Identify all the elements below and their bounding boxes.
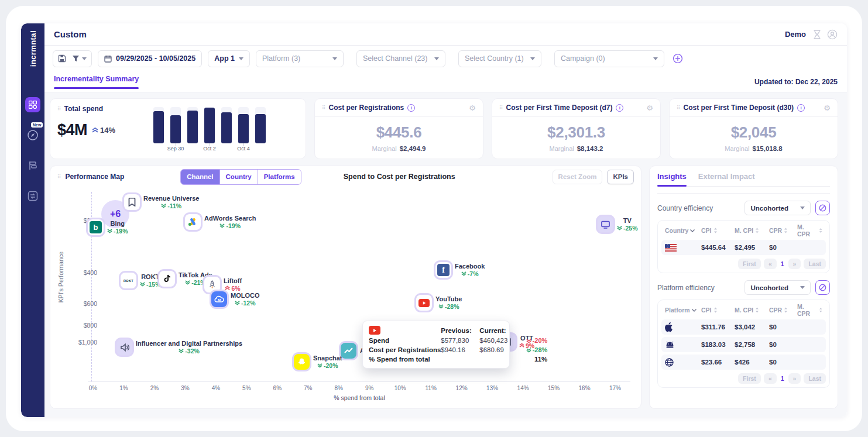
account-icon[interactable] xyxy=(827,29,838,40)
gear-icon[interactable]: ⚙ xyxy=(824,104,831,112)
scatter-chart[interactable]: KPI's Performance % spend from total $20… xyxy=(50,187,641,408)
sidebar-item-integrations[interactable] xyxy=(25,188,40,204)
map-point-rokt[interactable]: ROKTROKT-15% xyxy=(121,273,161,288)
toggle-country[interactable]: Country xyxy=(220,170,258,184)
toggle-platforms[interactable]: Platforms xyxy=(258,170,301,184)
table-row[interactable]: $183.03$2,758$0 xyxy=(661,337,826,352)
pagination: First « 1 » Last xyxy=(661,373,826,384)
table-row[interactable]: $445.64$2,495$0 xyxy=(661,240,826,255)
col-header[interactable]: Platform xyxy=(665,307,701,314)
country-select-value: Select Country (1) xyxy=(465,54,524,63)
page-current[interactable]: 1 xyxy=(780,259,785,269)
map-point-adwords[interactable]: AdWords Search-19% xyxy=(185,214,256,230)
col-header[interactable]: M. CPR xyxy=(797,223,822,238)
campaign-select[interactable]: Campaign (0) xyxy=(554,50,664,67)
cohort-select[interactable]: Uncohorted xyxy=(745,280,811,295)
kpi-card-title: Cost per First Time Deposit (d7) xyxy=(506,104,613,112)
info-icon[interactable]: i xyxy=(797,104,805,112)
col-header[interactable]: M. CPR xyxy=(797,303,822,317)
efficiency-icon-button[interactable] xyxy=(815,201,830,215)
calendar-icon xyxy=(104,55,112,63)
kpi-value: $2,301.3 xyxy=(547,123,605,142)
drag-handle-icon[interactable]: ⠿ xyxy=(677,105,680,111)
page-last[interactable]: Last xyxy=(804,373,826,384)
gear-icon[interactable]: ⚙ xyxy=(646,104,653,112)
sidebar-item-explore[interactable]: New xyxy=(25,128,40,143)
info-icon[interactable]: i xyxy=(616,104,623,112)
page-first[interactable]: First xyxy=(738,259,761,269)
tab-insights[interactable]: Insights xyxy=(657,172,687,186)
filter-bar: 09/29/2025 - 10/05/2025 App 1 Platform (… xyxy=(44,46,847,71)
add-filter-icon[interactable] xyxy=(673,53,683,64)
tab-incrementality-summary[interactable]: Incrementality Summary xyxy=(54,75,139,89)
section-country-efficiency: Country efficiency Uncohorted Country CP… xyxy=(657,201,830,273)
y-tick: $1,000 xyxy=(62,339,97,346)
efficiency-table: Platform CPI M. CPI CPR M. CPR $311.76$3… xyxy=(657,300,830,388)
x-tick: 12% xyxy=(456,385,468,391)
map-point-youtube[interactable]: YouTube-28% xyxy=(416,295,462,311)
x-tick: 13% xyxy=(486,385,498,391)
point-label: MOLOCO xyxy=(231,292,260,300)
drag-handle-icon[interactable]: ⠿ xyxy=(57,106,61,112)
drag-handle-icon[interactable]: ⠿ xyxy=(57,174,61,180)
x-tick: 14% xyxy=(517,385,529,391)
col-header[interactable]: CPR xyxy=(769,307,797,314)
date-range-picker[interactable]: 09/29/2025 - 10/05/2025 xyxy=(98,50,202,67)
country-select[interactable]: Select Country (1) xyxy=(458,50,541,67)
col-header[interactable]: Country xyxy=(665,227,701,234)
map-point-snapchat[interactable]: Snapchat-20% xyxy=(294,354,342,370)
drag-handle-icon[interactable]: ⠿ xyxy=(499,105,503,111)
toggle-channel[interactable]: Channel xyxy=(181,170,219,184)
apple-icon xyxy=(665,322,674,332)
app-select[interactable]: App 1 xyxy=(208,50,250,67)
efficiency-icon-button[interactable] xyxy=(815,280,830,295)
point-label: YouTube xyxy=(435,295,462,303)
map-point-influencer[interactable]: Influencer and Digital Partnerships-32% xyxy=(116,339,242,355)
kpis-button[interactable]: KPIs xyxy=(607,170,634,184)
info-icon[interactable]: i xyxy=(407,104,415,112)
page-current[interactable]: 1 xyxy=(780,373,785,384)
map-point-revenue-universe[interactable]: Revenue Universe-11% xyxy=(124,194,199,210)
platform-select-value: Platform (3) xyxy=(262,54,300,63)
page-last[interactable]: Last xyxy=(804,259,826,269)
page-title: Custom xyxy=(54,29,87,39)
map-point-facebook[interactable]: fFacebook-7% xyxy=(435,262,485,278)
map-point-bing[interactable]: bBing-19% xyxy=(88,219,128,235)
map-point-tv[interactable]: TV-25% xyxy=(598,216,638,232)
col-header[interactable]: CPI xyxy=(701,307,735,314)
save-icon[interactable] xyxy=(58,54,66,63)
chart-title: Spend to Cost per Registrations xyxy=(344,173,455,181)
table-row[interactable]: $311.76$3,042$0 xyxy=(661,319,826,335)
new-badge: New xyxy=(31,122,43,128)
cost-per-ftd7-card: ⠿Cost per First Time Deposit (d7)i⚙ $2,3… xyxy=(492,98,661,159)
platform-select[interactable]: Platform (3) xyxy=(256,50,344,67)
reset-zoom-button[interactable]: Reset Zoom xyxy=(553,170,603,184)
col-header[interactable]: M. CPI xyxy=(735,307,769,314)
page-prev[interactable]: « xyxy=(764,259,777,269)
point-label: Snapchat xyxy=(313,355,342,362)
filter-icon[interactable] xyxy=(72,55,87,62)
spend-bar xyxy=(187,107,198,143)
map-point-liftoff[interactable]: Liftoff6% xyxy=(204,277,242,293)
hourglass-icon[interactable] xyxy=(813,30,821,39)
page-next[interactable]: » xyxy=(788,259,801,269)
sidebar-item-dashboard[interactable] xyxy=(25,97,40,112)
cohort-select[interactable]: Uncohorted xyxy=(745,201,811,215)
gear-icon[interactable]: ⚙ xyxy=(469,104,476,112)
tab-external-impact[interactable]: External Impact xyxy=(698,172,755,186)
sidebar-item-reports[interactable] xyxy=(25,158,40,173)
updated-to-label: Updated to: Dec 22, 2025 xyxy=(754,78,838,86)
map-point-moloco[interactable]: MMOLOCO-12% xyxy=(211,291,260,307)
user-name: Demo xyxy=(785,30,806,39)
table-row[interactable]: $23.66$426$0 xyxy=(661,355,826,370)
page-next[interactable]: » xyxy=(788,373,801,384)
point-label: Liftoff xyxy=(224,277,242,285)
col-header[interactable]: CPR xyxy=(769,227,797,234)
page-first[interactable]: First xyxy=(738,373,761,384)
col-header[interactable]: CPI xyxy=(701,227,735,234)
point-label: AdWords Search xyxy=(204,215,256,222)
channel-select[interactable]: Select Channel (23) xyxy=(356,50,445,67)
page-prev[interactable]: « xyxy=(764,373,777,384)
drag-handle-icon[interactable]: ⠿ xyxy=(322,105,325,111)
col-header[interactable]: M. CPI xyxy=(735,227,769,234)
